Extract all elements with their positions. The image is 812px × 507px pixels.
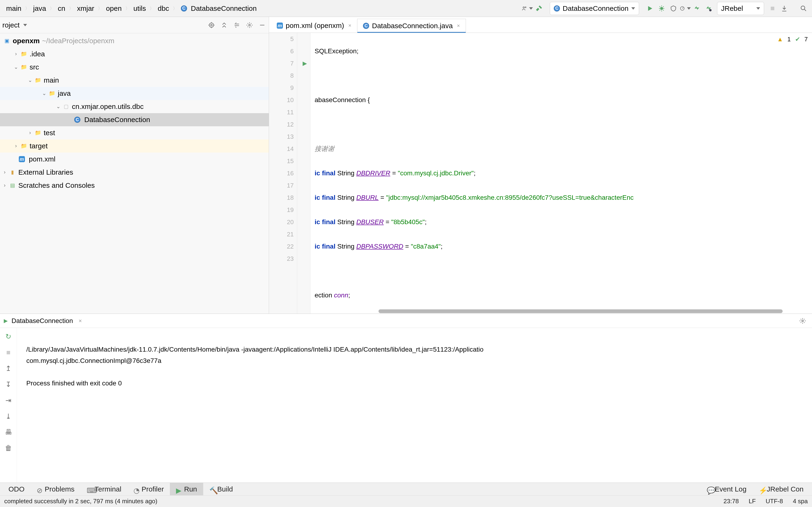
print-icon[interactable]: 🖶 bbox=[4, 428, 13, 437]
tree-test[interactable]: › 📁 test bbox=[0, 126, 269, 139]
tree-scratches[interactable]: › ▤ Scratches and Consoles bbox=[0, 179, 269, 192]
breadcrumb-main[interactable]: main bbox=[3, 4, 25, 13]
chevron-right-icon[interactable]: › bbox=[2, 169, 7, 175]
gutter-line[interactable]: 14 bbox=[269, 143, 297, 155]
line-separator[interactable]: LF bbox=[749, 498, 756, 505]
run-console[interactable]: /Library/Java/JavaVirtualMachines/jdk-11… bbox=[17, 328, 812, 483]
gutter-line[interactable]: 11 bbox=[269, 106, 297, 118]
soft-wrap-icon[interactable]: ⇥ bbox=[4, 396, 13, 405]
file-encoding[interactable]: UTF-8 bbox=[766, 498, 783, 505]
vcs-users-icon[interactable] bbox=[522, 3, 533, 14]
tab-problems[interactable]: ⊘Problems bbox=[31, 483, 81, 495]
hide-panel-icon[interactable] bbox=[258, 21, 266, 30]
chevron-down-icon[interactable]: ⌄ bbox=[41, 91, 47, 97]
gutter-line[interactable]: 9 bbox=[269, 82, 297, 94]
collapse-all-icon[interactable] bbox=[233, 21, 241, 30]
gutter-line[interactable]: 18 bbox=[269, 191, 297, 204]
tree-external-libs[interactable]: › ▮ External Libraries bbox=[0, 166, 269, 179]
tree-root[interactable]: ▣ openxm ~/IdeaProjects/openxm bbox=[0, 34, 269, 47]
gutter-line[interactable]: 22 bbox=[269, 240, 297, 252]
line-gutter[interactable]: 5 6 7▶ 8 9 10 11 12 13 14 15 16 17 18 19… bbox=[269, 33, 297, 314]
chevron-right-icon[interactable]: › bbox=[2, 182, 7, 188]
tree-class-selected[interactable]: C DatabaseConnection bbox=[0, 113, 269, 126]
tab-todo[interactable]: ODO bbox=[2, 483, 31, 495]
project-tree[interactable]: ▣ openxm ~/IdeaProjects/openxm › 📁 .idea… bbox=[0, 33, 269, 314]
tree-java[interactable]: ⌄ 📁 java bbox=[0, 87, 269, 100]
tab-event-log[interactable]: 💬Event Log bbox=[701, 483, 753, 495]
chevron-down-icon[interactable]: ⌄ bbox=[27, 77, 33, 83]
tab-build[interactable]: 🔨Build bbox=[203, 483, 239, 495]
indent-setting[interactable]: 4 spa bbox=[793, 498, 808, 505]
settings-gear-icon[interactable] bbox=[245, 21, 254, 30]
debug-button[interactable] bbox=[656, 3, 667, 14]
breadcrumb-java[interactable]: java bbox=[30, 4, 49, 13]
gutter-line[interactable]: 8 bbox=[269, 69, 297, 82]
code-editor[interactable]: ▲1 ✔7 5 6 7▶ 8 9 10 11 12 13 14 15 16 17… bbox=[269, 33, 812, 314]
tree-idea[interactable]: › 📁 .idea bbox=[0, 47, 269, 61]
tab-jrebel-console[interactable]: ⚡JRebel Con bbox=[753, 483, 810, 495]
close-run-tab-icon[interactable]: × bbox=[79, 318, 82, 324]
tree-package[interactable]: ⌄ ▢ cn.xmjar.open.utils.dbc bbox=[0, 100, 269, 113]
tab-terminal[interactable]: ⌨Terminal bbox=[81, 483, 128, 495]
close-tab-icon[interactable]: × bbox=[348, 22, 351, 29]
jrebel-debug-icon[interactable] bbox=[703, 3, 714, 14]
close-tab-icon[interactable]: × bbox=[457, 23, 460, 29]
caret-position[interactable]: 23:78 bbox=[723, 498, 739, 505]
run-tab-title[interactable]: DatabaseConnection bbox=[11, 317, 73, 325]
locate-icon[interactable] bbox=[207, 21, 216, 30]
stop-icon[interactable]: ■ bbox=[4, 348, 13, 357]
tree-target[interactable]: › 📁 target bbox=[0, 139, 269, 153]
up-stack-icon[interactable]: ↥ bbox=[4, 363, 13, 373]
gutter-line[interactable]: 23 bbox=[269, 252, 297, 265]
jrebel-selector[interactable]: JRebel bbox=[717, 2, 764, 15]
expand-all-icon[interactable] bbox=[220, 21, 229, 30]
breadcrumb-cn[interactable]: cn bbox=[54, 4, 68, 13]
tab-database-connection[interactable]: C DatabaseConnection.java × bbox=[357, 19, 466, 33]
gutter-line[interactable]: 5 bbox=[269, 33, 297, 45]
clear-all-icon[interactable]: 🗑 bbox=[4, 443, 13, 453]
down-stack-icon[interactable]: ↧ bbox=[4, 380, 13, 389]
gutter-line[interactable]: 7▶ bbox=[269, 57, 297, 69]
run-button[interactable] bbox=[644, 3, 656, 14]
profile-button[interactable] bbox=[679, 3, 691, 14]
chevron-right-icon[interactable]: › bbox=[13, 143, 19, 149]
breadcrumb-class[interactable]: C DatabaseConnection bbox=[177, 4, 260, 13]
run-gutter-icon[interactable]: ▶ bbox=[303, 60, 307, 67]
breadcrumb-open[interactable]: open bbox=[103, 4, 125, 13]
run-config-selector[interactable]: C DatabaseConnection bbox=[550, 2, 639, 15]
jrebel-run-icon[interactable] bbox=[691, 3, 703, 14]
tree-pom[interactable]: m pom.xml bbox=[0, 153, 269, 166]
gutter-line[interactable]: 17 bbox=[269, 179, 297, 191]
chevron-right-icon[interactable]: › bbox=[13, 51, 19, 57]
rerun-icon[interactable]: ↻ bbox=[4, 332, 13, 341]
horizontal-scrollbar[interactable] bbox=[378, 309, 782, 313]
tab-profiler[interactable]: ◔Profiler bbox=[128, 483, 170, 495]
tab-pom[interactable]: m pom.xml (openxm) × bbox=[271, 18, 357, 33]
breadcrumb-utils[interactable]: utils bbox=[130, 4, 149, 13]
gutter-line[interactable]: 20 bbox=[269, 216, 297, 228]
gutter-line[interactable]: 19 bbox=[269, 204, 297, 216]
code-content[interactable]: SQLException; abaseConnection { 接谢谢 ic f… bbox=[310, 33, 812, 314]
chevron-down-icon[interactable]: ⌄ bbox=[55, 104, 61, 110]
search-everywhere-icon[interactable] bbox=[798, 3, 809, 14]
tree-src[interactable]: ⌄ 📁 src bbox=[0, 61, 269, 74]
run-settings-icon[interactable] bbox=[797, 315, 808, 327]
project-header[interactable]: roject bbox=[0, 17, 269, 33]
gutter-line[interactable]: 13 bbox=[269, 130, 297, 143]
gutter-line[interactable]: 16 bbox=[269, 167, 297, 179]
gutter-line[interactable]: 15 bbox=[269, 155, 297, 167]
tab-run[interactable]: ▶Run bbox=[170, 483, 203, 495]
build-hammer-icon[interactable] bbox=[534, 3, 545, 14]
gutter-line[interactable]: 12 bbox=[269, 118, 297, 130]
gutter-line[interactable]: 21 bbox=[269, 228, 297, 240]
chevron-down-icon[interactable] bbox=[23, 24, 27, 26]
gutter-line[interactable]: 10 bbox=[269, 94, 297, 106]
gutter-line[interactable]: 6 bbox=[269, 45, 297, 57]
breadcrumb-dbc[interactable]: dbc bbox=[154, 4, 172, 13]
coverage-button[interactable] bbox=[668, 3, 679, 14]
breadcrumb-xmjar[interactable]: xmjar bbox=[74, 4, 98, 13]
tree-main[interactable]: ⌄ 📁 main bbox=[0, 74, 269, 87]
git-update-icon[interactable] bbox=[779, 3, 790, 14]
chevron-right-icon[interactable]: › bbox=[27, 130, 33, 136]
scroll-to-end-icon[interactable]: ⤓ bbox=[4, 411, 13, 421]
